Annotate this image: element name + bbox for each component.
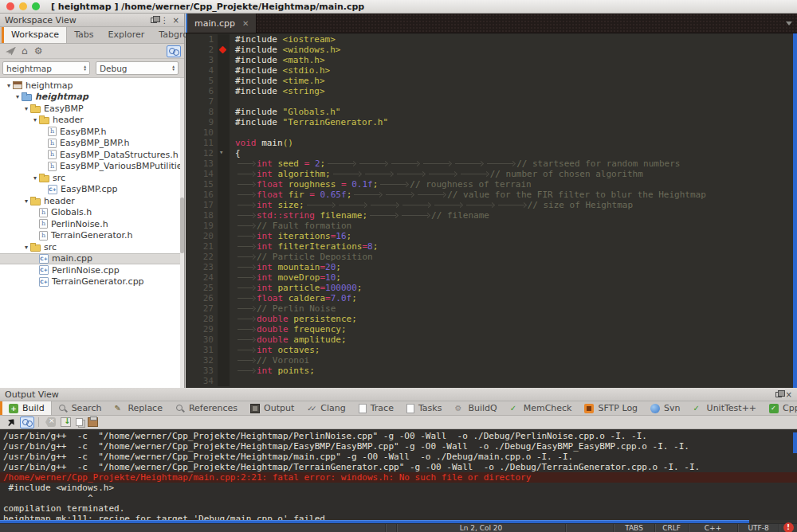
gutter-margin[interactable]	[218, 303, 230, 314]
tree-item-easybmp[interactable]: ▾EasyBMP	[0, 103, 184, 115]
code-line-21[interactable]: 21int filterIterations=8;	[186, 241, 797, 252]
line-number[interactable]: 28	[186, 314, 218, 324]
code-line-28[interactable]: 28double persistence;	[186, 314, 797, 324]
expand-arrow-icon[interactable]: ▾	[5, 82, 13, 89]
line-number[interactable]: 19	[186, 221, 218, 231]
console-scrollbar[interactable]	[793, 432, 797, 453]
status-cell-c-[interactable]: C++	[688, 524, 737, 532]
code-line-26[interactable]: 26float caldera=7.0f;	[186, 293, 797, 303]
close-tab-icon[interactable]: ✕	[242, 19, 249, 28]
tree-item-easybmp-bmp-h[interactable]: hEasyBMP_BMP.h	[0, 138, 184, 150]
close-pane-icon[interactable]: ×	[173, 16, 179, 25]
clear-output-icon[interactable]	[45, 417, 56, 427]
line-number[interactable]: 10	[186, 127, 218, 138]
gutter-margin[interactable]	[218, 117, 230, 127]
line-number[interactable]: 17	[186, 200, 218, 210]
gutter-margin[interactable]	[218, 55, 230, 65]
status-cell-crlf[interactable]: CRLF	[654, 524, 688, 532]
gutter-margin[interactable]	[218, 324, 230, 334]
line-number[interactable]: 26	[186, 293, 218, 303]
output-tab-trace[interactable]: Trace	[352, 401, 400, 415]
tree-scrollbar[interactable]	[180, 78, 184, 389]
gutter-margin[interactable]	[218, 138, 230, 148]
line-number[interactable]: 21	[186, 241, 218, 252]
code-line-12[interactable]: 12▾{	[186, 148, 797, 158]
build-error-line[interactable]: /home/werner/Cpp_Projekte/Heightmap/main…	[0, 472, 797, 483]
code-line-20[interactable]: 20int iterations=16;	[186, 231, 797, 241]
line-number[interactable]: 24	[186, 272, 218, 283]
gear-icon[interactable]: ⚙	[34, 46, 43, 56]
tree-item-easybmp-cpp[interactable]: C+EasyBMP.cpp	[0, 184, 184, 196]
output-tab-tasks[interactable]: Tasks	[400, 401, 448, 415]
line-number[interactable]: 11	[186, 138, 218, 148]
gutter-margin[interactable]	[218, 221, 230, 231]
build-console[interactable]: /usr/bin/g++ -c "/home/werner/Cpp_Projek…	[0, 429, 797, 520]
editor-scrollbar[interactable]	[793, 33, 797, 388]
expand-arrow-icon[interactable]: ▾	[31, 174, 39, 182]
scroll-lock-button[interactable]	[20, 417, 34, 428]
tree-item-perlinnoise-cpp[interactable]: C+PerlinNoise.cpp	[0, 264, 184, 276]
gutter-margin[interactable]	[218, 252, 230, 262]
gutter-margin[interactable]	[218, 231, 230, 241]
copy-output-icon[interactable]	[76, 418, 83, 426]
gutter-margin[interactable]	[218, 334, 230, 345]
gutter-margin[interactable]	[218, 241, 230, 252]
code-line-29[interactable]: 29double frequency;	[186, 324, 797, 334]
output-tab-unittest-[interactable]: ✓UnitTest++	[687, 401, 764, 415]
gutter-margin[interactable]	[218, 345, 230, 355]
tree-item-main-cpp[interactable]: C+main.cpp	[0, 253, 184, 265]
gutter-margin[interactable]	[218, 262, 230, 272]
output-tab-svn[interactable]: Svn	[644, 401, 686, 415]
code-line-34[interactable]: 34	[186, 376, 797, 386]
detach-pane-icon[interactable]	[775, 390, 782, 399]
output-tab-output[interactable]: Output	[244, 401, 300, 415]
code-line-32[interactable]: 32// Voronoi	[186, 355, 797, 366]
line-number[interactable]: 5	[186, 76, 218, 86]
gutter-margin[interactable]	[218, 169, 230, 179]
line-number[interactable]: 29	[186, 324, 218, 334]
output-tab-memcheck[interactable]: ✓MemCheck	[504, 401, 579, 415]
code-line-3[interactable]: 3#include <math.h>	[186, 55, 797, 65]
gutter-margin[interactable]	[218, 65, 230, 76]
status-error-cell[interactable]: !	[779, 524, 797, 532]
tab-explorer[interactable]: Explorer	[100, 27, 151, 43]
line-number[interactable]: 7	[186, 96, 218, 107]
expand-arrow-icon[interactable]: ▾	[22, 198, 30, 205]
line-number[interactable]: 4	[186, 65, 218, 76]
gutter-margin[interactable]	[218, 127, 230, 138]
line-number[interactable]: 9	[186, 117, 218, 127]
gutter-margin[interactable]	[218, 210, 230, 221]
tree-item-heightmap[interactable]: ▾heightmap	[0, 80, 184, 92]
minimize-window-button[interactable]	[19, 2, 27, 10]
pin-icon[interactable]	[6, 417, 18, 428]
line-number[interactable]: 25	[186, 283, 218, 293]
gutter-margin[interactable]	[218, 190, 230, 200]
line-number[interactable]: 6	[186, 86, 218, 96]
code-line-22[interactable]: 22// Particle Deposition	[186, 252, 797, 262]
expand-arrow-icon[interactable]: ▾	[22, 105, 30, 112]
close-window-button[interactable]	[6, 2, 14, 10]
tree-item-heightmap[interactable]: ▾heightmap	[0, 92, 184, 104]
pane-menu-icon[interactable]: ⋮	[161, 16, 169, 25]
code-line-25[interactable]: 25int particle=100000;	[186, 283, 797, 293]
code-line-14[interactable]: 14int algorithm;// number of chosen algo…	[186, 169, 797, 179]
line-number[interactable]: 32	[186, 355, 218, 366]
gutter-margin[interactable]	[218, 158, 230, 169]
line-number[interactable]: 31	[186, 345, 218, 355]
gutter-margin[interactable]	[218, 355, 230, 366]
code-line-31[interactable]: 31int octaves;	[186, 345, 797, 355]
build-config-dropdown[interactable]: Debug ▴▾	[96, 61, 179, 75]
line-number[interactable]: 34	[186, 376, 218, 386]
gutter-margin[interactable]	[218, 34, 230, 45]
line-number[interactable]: 2	[186, 45, 218, 55]
gutter-margin[interactable]	[218, 96, 230, 107]
tree-item-src[interactable]: ▾src	[0, 172, 184, 184]
line-number[interactable]: 1	[186, 34, 218, 45]
code-line-6[interactable]: 6#include <string>	[186, 86, 797, 96]
gutter-margin[interactable]	[218, 293, 230, 303]
editor-tab-maincpp[interactable]: main.cpp ✕	[186, 14, 257, 33]
code-line-27[interactable]: 27// Perlin Noise	[186, 303, 797, 314]
fold-marker-icon[interactable]: ▾	[218, 148, 230, 158]
detach-pane-icon[interactable]	[151, 16, 157, 25]
output-tab-replace[interactable]: ✎Replace	[108, 401, 169, 415]
